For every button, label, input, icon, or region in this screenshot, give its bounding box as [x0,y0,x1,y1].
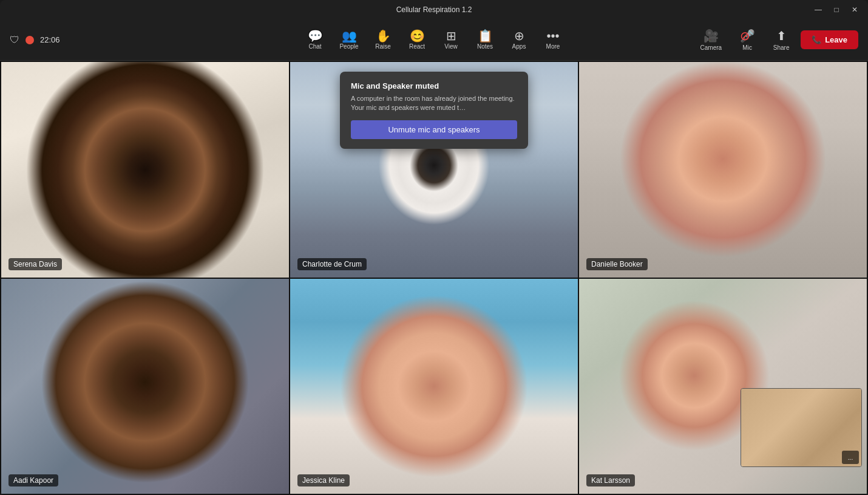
raise-button[interactable]: ✋ Raise [367,26,399,53]
raise-icon: ✋ [376,30,391,42]
participant-cell-aadi: Aadi Kapoor [1,279,289,494]
chat-icon: 💬 [308,30,323,42]
participant-cell-danielle: Danielle Booker [579,62,867,278]
close-button[interactable]: ✕ [846,4,863,16]
participant-name-charlotte: Charlotte de Crum [297,258,367,270]
mute-notification: Mic and Speaker muted A computer in the … [340,72,528,149]
share-label: Share [773,44,790,51]
window-controls: — □ ✕ [810,4,863,16]
camera-label: Camera [700,44,722,51]
participant-cell-kat: ... Kat Larsson [579,279,867,494]
phone-icon: 📞 [812,35,821,44]
share-icon: ⬆ [776,29,787,43]
leave-button[interactable]: 📞 Leave [801,30,858,49]
leave-label: Leave [825,35,847,44]
react-label: React [409,43,425,50]
camera-icon: 🎥 [704,29,719,43]
mute-notification-title: Mic and Speaker muted [351,81,517,90]
recording-indicator [25,36,34,44]
participant-name-kat: Kat Larsson [586,474,635,486]
mic-label: Mic [742,44,752,51]
notes-button[interactable]: 📋 Notes [469,26,501,53]
mic-icon: 🎤⊘ [740,29,755,43]
notes-icon: 📋 [478,30,493,42]
view-button[interactable]: ⊞ View [435,26,467,53]
apps-label: Apps [512,43,526,50]
toolbar-left: 🛡 22:06 [10,35,60,46]
title-bar: Cellular Respiration 1.2 — □ ✕ [0,0,868,19]
chat-button[interactable]: 💬 Chat [299,26,331,53]
minimize-button[interactable]: — [810,4,827,16]
pip-video: ... [741,388,862,467]
people-label: People [339,43,358,50]
pip-menu-button[interactable]: ... [842,451,859,464]
chat-label: Chat [308,43,321,50]
view-label: View [444,43,458,50]
notes-label: Notes [477,43,493,50]
apps-icon: ⊕ [514,30,524,42]
more-button[interactable]: ••• More [537,26,569,53]
participant-name-jessica: Jessica Kline [297,474,350,486]
people-icon: 👥 [342,30,357,42]
video-grid: Serena Davis Mic and Speaker muted A com… [0,61,868,495]
unmute-button[interactable]: Unmute mic and speakers [351,120,517,139]
toolbar-center: 💬 Chat 👥 People ✋ Raise 😊 React ⊞ View 📋… [299,26,569,53]
shield-icon: 🛡 [10,35,19,46]
meeting-timer: 22:06 [40,35,60,44]
participant-cell-jessica: Jessica Kline [290,279,578,494]
react-button[interactable]: 😊 React [401,26,433,53]
mic-button[interactable]: 🎤⊘ Mic [733,25,762,55]
more-icon: ••• [546,30,559,42]
maximize-button[interactable]: □ [828,4,845,16]
participant-name-danielle: Danielle Booker [586,258,648,270]
participant-name-aadi: Aadi Kapoor [8,474,58,486]
participant-name-serena: Serena Davis [8,258,62,270]
apps-button[interactable]: ⊕ Apps [503,26,535,53]
toolbar: 🛡 22:06 💬 Chat 👥 People ✋ Raise 😊 React … [0,19,868,61]
toolbar-right: 🎥 Camera 🎤⊘ Mic ⬆ Share 📞 Leave [694,25,858,55]
more-label: More [546,43,560,50]
share-button[interactable]: ⬆ Share [767,25,796,55]
raise-label: Raise [375,43,391,50]
mute-notification-description: A computer in the room has already joine… [351,94,517,113]
camera-button[interactable]: 🎥 Camera [694,25,728,55]
view-icon: ⊞ [446,30,456,42]
participant-cell-charlotte: Mic and Speaker muted A computer in the … [290,62,578,278]
react-icon: 😊 [410,30,425,42]
people-button[interactable]: 👥 People [333,26,365,53]
participant-cell-serena: Serena Davis [1,62,289,278]
window-title: Cellular Respiration 1.2 [396,5,472,14]
